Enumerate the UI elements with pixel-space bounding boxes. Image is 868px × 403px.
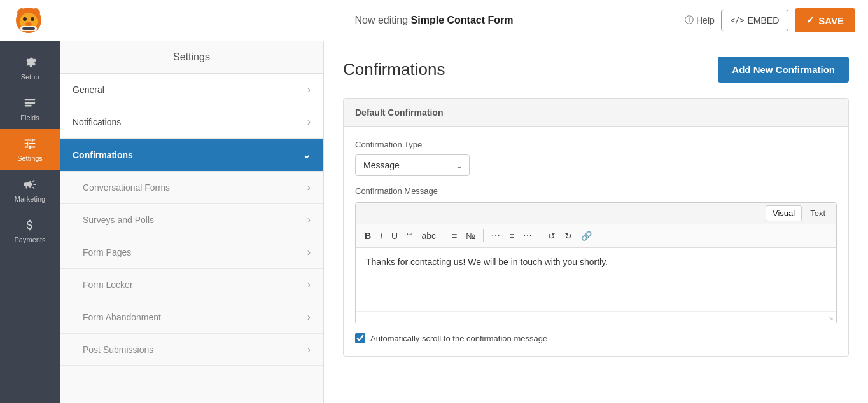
confirmation-panel-header: Default Confirmation	[344, 99, 848, 127]
sidebar-item-post-submissions[interactable]: Post Submissions ›	[60, 334, 323, 366]
topbar-actions: ⓘ Help </> EMBED ✓ SAVE	[685, 8, 855, 32]
editor-content-area[interactable]: Thanks for contacting us! We will be in …	[356, 248, 836, 311]
tab-text[interactable]: Text	[803, 205, 832, 221]
sidebar-form-abandonment-label: Form Abandonment	[83, 312, 161, 322]
toolbar-separator-3	[540, 229, 540, 242]
resize-icon: ↘	[827, 313, 834, 322]
chevron-right-icon: ›	[307, 344, 311, 355]
sliders-icon	[23, 137, 37, 152]
app-body: Setup Fields Settings Marketing Payments	[0, 41, 868, 403]
topbar: Now editing Simple Contact Form ⓘ Help <…	[0, 0, 868, 41]
confirmation-panel: Default Confirmation Confirmation Type M…	[343, 98, 849, 357]
help-button[interactable]: ⓘ Help	[685, 15, 715, 26]
ordered-list-button[interactable]: №	[462, 228, 479, 243]
unordered-list-button[interactable]: ≡	[448, 228, 461, 243]
sidebar-post-submissions-label: Post Submissions	[83, 345, 153, 355]
gear-icon	[23, 55, 37, 71]
chevron-right-icon: ›	[307, 311, 311, 323]
chevron-right-icon: ›	[307, 84, 311, 95]
sidebar-conversational-label: Conversational Forms	[83, 182, 170, 193]
toolbar-separator-2	[483, 229, 484, 242]
toolbar-separator	[444, 229, 444, 242]
rich-text-editor: Visual Text B I U ““ abc ≡ №	[355, 202, 837, 324]
confirmation-panel-body: Confirmation Type Message Page Redirect …	[344, 127, 848, 356]
nav-item-payments[interactable]: Payments	[0, 210, 60, 251]
sidebar-general-label: General	[73, 85, 104, 95]
italic-button[interactable]: I	[376, 228, 386, 243]
strikethrough-button[interactable]: abc	[417, 228, 440, 243]
blockquote-button[interactable]: ““	[403, 228, 416, 243]
sidebar-item-surveys-polls[interactable]: Surveys and Polls ›	[60, 204, 323, 236]
chevron-right-icon: ›	[307, 279, 311, 290]
megaphone-icon	[23, 177, 37, 193]
nav-settings-label: Settings	[17, 154, 43, 162]
nav-marketing-label: Marketing	[15, 195, 45, 203]
sidebar-confirmations-label: Confirmations	[73, 150, 133, 160]
svg-rect-8	[22, 27, 35, 30]
editor-text: Thanks for contacting us! We will be in …	[366, 257, 608, 267]
sidebar-header: Settings	[60, 41, 323, 74]
content-area: Confirmations Add New Confirmation Defau…	[324, 41, 868, 372]
undo-button[interactable]: ↺	[544, 228, 559, 243]
chevron-down-icon: ⌄	[302, 149, 311, 161]
sidebar-item-confirmations[interactable]: Confirmations ⌄	[60, 139, 323, 172]
app-logo	[13, 4, 45, 36]
sidebar-item-form-abandonment[interactable]: Form Abandonment ›	[60, 301, 323, 334]
fields-icon	[23, 96, 37, 111]
chevron-right-icon: ›	[307, 247, 311, 258]
underline-button[interactable]: U	[388, 228, 402, 243]
confirmation-type-wrapper: Message Page Redirect ⌄	[355, 154, 470, 176]
question-icon: ⓘ	[685, 15, 694, 26]
nav-setup-label: Setup	[21, 73, 39, 81]
page-title: Confirmations	[343, 60, 445, 79]
bold-button[interactable]: B	[361, 228, 375, 243]
editor-toolbar: B I U ““ abc ≡ № ⋯ ≡ ⋯	[356, 224, 836, 248]
sidebar-item-form-pages[interactable]: Form Pages ›	[60, 236, 323, 269]
sidebar-surveys-label: Surveys and Polls	[83, 215, 154, 225]
nav-item-setup[interactable]: Setup	[0, 48, 60, 88]
embed-button[interactable]: </> EMBED	[721, 10, 788, 31]
auto-scroll-label[interactable]: Automatically scroll to the confirmation…	[370, 334, 547, 343]
sidebar-notifications-label: Notifications	[73, 117, 121, 127]
link-button[interactable]: 🔗	[577, 228, 596, 243]
checkmark-icon: ✓	[806, 15, 815, 26]
svg-rect-11	[25, 105, 32, 107]
editor-resize-handle[interactable]: ↘	[356, 311, 836, 324]
align-center-button[interactable]: ≡	[505, 228, 518, 243]
dollar-icon	[23, 218, 37, 233]
sidebar-item-conversational-forms[interactable]: Conversational Forms ›	[60, 172, 323, 204]
chevron-right-icon: ›	[307, 182, 311, 193]
redo-button[interactable]: ↻	[561, 228, 576, 243]
editor-tabs: Visual Text	[356, 203, 836, 224]
svg-point-6	[25, 22, 32, 27]
auto-scroll-row: Automatically scroll to the confirmation…	[355, 333, 837, 343]
nav-fields-label: Fields	[20, 114, 39, 121]
nav-payments-label: Payments	[15, 236, 46, 243]
confirmation-message-label: Confirmation Message	[355, 186, 837, 196]
save-button[interactable]: ✓ SAVE	[795, 8, 855, 32]
align-right-button[interactable]: ⋯	[519, 228, 536, 243]
topbar-left	[13, 4, 45, 36]
left-nav: Setup Fields Settings Marketing Payments	[0, 41, 60, 403]
add-new-confirmation-button[interactable]: Add New Confirmation	[718, 57, 849, 83]
chevron-right-icon: ›	[307, 116, 311, 128]
sidebar-item-notifications[interactable]: Notifications ›	[60, 106, 323, 139]
nav-item-marketing[interactable]: Marketing	[0, 170, 60, 210]
sidebar: Settings General › Notifications › Confi…	[60, 41, 324, 403]
tab-visual[interactable]: Visual	[766, 205, 802, 221]
main-content: Confirmations Add New Confirmation Defau…	[324, 41, 868, 403]
sidebar-item-form-locker[interactable]: Form Locker ›	[60, 269, 323, 301]
chevron-right-icon: ›	[307, 214, 311, 226]
svg-rect-10	[25, 102, 36, 104]
nav-item-settings[interactable]: Settings	[0, 129, 60, 170]
confirmation-type-label: Confirmation Type	[355, 140, 837, 149]
align-left-button[interactable]: ⋯	[487, 228, 504, 243]
sidebar-item-general[interactable]: General ›	[60, 74, 323, 106]
sidebar-form-locker-label: Form Locker	[83, 280, 133, 290]
confirmation-type-select[interactable]: Message Page Redirect	[355, 154, 470, 176]
content-header: Confirmations Add New Confirmation	[343, 57, 849, 83]
auto-scroll-checkbox[interactable]	[355, 333, 365, 343]
nav-item-fields[interactable]: Fields	[0, 88, 60, 129]
svg-point-4	[23, 17, 27, 21]
embed-icon: </>	[731, 16, 745, 25]
